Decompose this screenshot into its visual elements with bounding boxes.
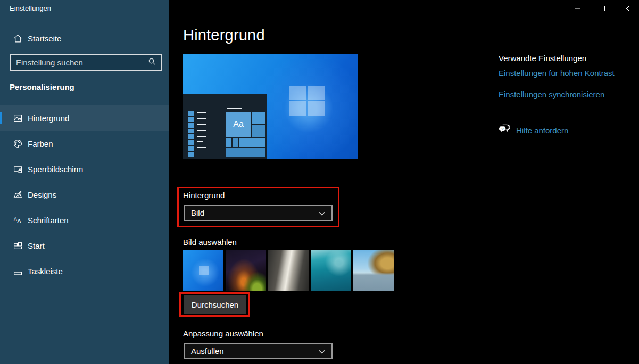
sidebar-item-farben[interactable]: Farben (0, 131, 169, 156)
close-button[interactable] (615, 0, 639, 17)
sidebar-nav: Hintergrund Farben Sperrbildschirm (0, 105, 169, 284)
sidebar-item-label: Taskleiste (28, 267, 63, 276)
background-dropdown-label: Hintergrund (183, 191, 225, 200)
thumbnail-beach-cliff-reflection[interactable] (353, 250, 394, 291)
background-type-dropdown[interactable]: Bild (184, 205, 333, 221)
get-help-link[interactable]: Hilfe anfordern (516, 126, 568, 135)
sidebar-item-designs[interactable]: Designs (0, 182, 169, 207)
choose-image-label: Bild auswählen (183, 238, 237, 247)
sidebar-item-schriftarten[interactable]: A A Schriftarten (0, 207, 169, 233)
fit-dropdown[interactable]: Ausfüllen (184, 343, 333, 359)
sidebar-item-label: Start (28, 241, 45, 250)
sidebar-item-label: Startseite (28, 34, 61, 43)
sidebar: Einstellungen Startseite Personalisierun… (0, 0, 169, 364)
chevron-down-icon (319, 208, 325, 217)
page-title: Hintergrund (183, 27, 265, 44)
main-content: Hintergrund Aa Verwandte Einstellungen E… (169, 0, 639, 364)
sidebar-section-personalisierung: Personalisierung (10, 82, 74, 91)
maximize-button[interactable] (590, 0, 615, 17)
thumbnail-windows-default-wallpaper[interactable] (183, 250, 223, 291)
sidebar-item-home[interactable]: Startseite (0, 29, 169, 48)
windows-logo-icon (289, 86, 325, 116)
fonts-icon: A A (13, 215, 22, 225)
sidebar-item-label: Farben (28, 139, 53, 148)
sidebar-item-taskleiste[interactable]: Taskleiste (0, 258, 169, 284)
get-help-row[interactable]: ? Hilfe anfordern (499, 124, 568, 137)
sidebar-item-sperrbildschirm[interactable]: Sperrbildschirm (0, 156, 169, 182)
window-controls (566, 0, 639, 17)
sidebar-item-label: Sperrbildschirm (28, 165, 83, 174)
fit-value: Ausfüllen (191, 346, 224, 355)
thumbnail-underwater-swimmer[interactable] (311, 250, 351, 291)
sync-settings-link[interactable]: Einstellungen synchronisieren (499, 90, 604, 99)
background-preview: Aa (183, 54, 358, 159)
search-box[interactable] (10, 54, 162, 71)
lockscreen-icon (13, 164, 22, 174)
chevron-down-icon (319, 346, 325, 355)
image-thumbnails (183, 250, 394, 291)
search-input[interactable] (16, 58, 148, 67)
svg-text:A: A (16, 217, 21, 224)
start-tiles-icon (13, 241, 22, 250)
taskbar-icon (13, 266, 22, 276)
sidebar-item-label: Schriftarten (28, 216, 69, 225)
high-contrast-settings-link[interactable]: Einstellungen für hohen Kontrast (499, 69, 615, 78)
help-chat-icon: ? (499, 124, 510, 137)
app-title: Einstellungen (10, 4, 51, 12)
sidebar-item-label: Hintergrund (28, 114, 69, 123)
related-settings-header: Verwandte Einstellungen (499, 54, 586, 63)
preview-tile-aa: Aa (226, 112, 251, 137)
thumbnail-rock-face-black-white[interactable] (268, 250, 309, 291)
picture-icon (13, 113, 22, 123)
settings-window: Einstellungen Startseite Personalisierun… (0, 0, 639, 364)
palette-icon (13, 139, 22, 148)
start-menu-preview: Aa (183, 94, 267, 159)
sidebar-item-label: Designs (28, 190, 56, 199)
home-icon (13, 33, 22, 43)
minimize-button[interactable] (566, 0, 590, 17)
themes-icon (13, 190, 22, 199)
background-type-value: Bild (191, 208, 204, 217)
thumbnail-night-sky-camping[interactable] (226, 250, 266, 291)
search-icon[interactable] (148, 57, 156, 67)
sidebar-item-hintergrund[interactable]: Hintergrund (0, 105, 169, 131)
browse-button[interactable]: Durchsuchen (184, 295, 246, 314)
sidebar-item-start[interactable]: Start (0, 233, 169, 258)
choose-fit-label: Anpassung auswählen (183, 329, 263, 338)
svg-text:?: ? (501, 127, 503, 131)
